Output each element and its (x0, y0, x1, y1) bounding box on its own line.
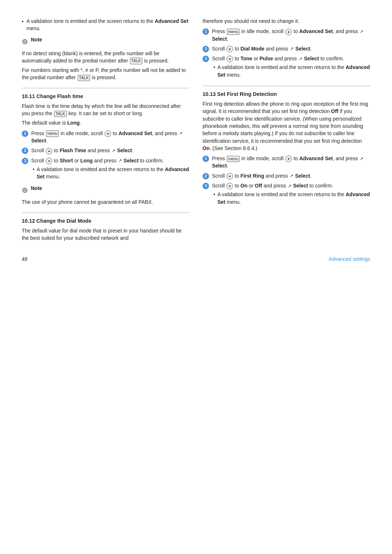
step-content-13-1: Press menu in idle mode, scroll ✦ to Adv… (212, 155, 370, 170)
default-value: The default value is Long. (22, 119, 189, 126)
footer: 48 Advanced settings (22, 252, 370, 263)
select-key-dm-1: ↗ (360, 29, 363, 35)
bullet-dot: • (22, 18, 24, 32)
select-key-3: ↗ (118, 158, 122, 164)
menu-key-13-1: menu (227, 156, 240, 162)
select-label-1: Select (31, 138, 46, 143)
step-dm-3: 3 Scroll ✦ to Tone or Pulse and press ↗ … (203, 55, 370, 79)
sub-bullet-dot-13-3: • (213, 191, 215, 206)
intro-bullet-text: A validation tone is emitted and the scr… (26, 17, 189, 32)
step-10-13-3: 3 Scroll ✦ to On or Off and press ↗ Sele… (203, 182, 370, 206)
steps-dial-mode: 1 Press menu in idle mode, scroll ✦ to A… (203, 28, 370, 79)
sub-bullet-text-dm-3: A validation tone is emitted and the scr… (217, 64, 370, 78)
note-icon-1: ⊜ (22, 36, 28, 47)
main-content: • A validation tone is emitted and the s… (22, 17, 370, 244)
sub-bullet-13-3: • A validation tone is emitted and the s… (212, 191, 370, 206)
sub-bullet-dot-dm-3: • (213, 64, 215, 78)
dial-mode-label: Dial Mode (240, 46, 264, 52)
page-number: 48 (22, 255, 28, 263)
divider-1 (22, 88, 189, 88)
step-content-3: Scroll ✦ to Short or Long and press ↗ Se… (31, 157, 189, 181)
adv-set-sub-1: Advanced Set (37, 166, 189, 179)
sub-bullet-1: • A validation tone is emitted and the s… (31, 166, 189, 181)
select-key-13-3: ↗ (288, 183, 291, 189)
adv-set-dm-1: Advanced Set (299, 28, 333, 34)
section-10-12-title: 10.12 Change the Dial Mode (22, 217, 189, 225)
scroll-key-13-3: ✦ (226, 183, 233, 189)
scroll-key-dm-1: ✦ (285, 29, 292, 35)
steps-10-13: 1 Press menu in idle mode, scroll ✦ to A… (203, 155, 370, 206)
step-10-11-3: 3 Scroll ✦ to Short or Long and press ↗ … (22, 157, 189, 181)
section-10-11-title: 10.11 Change Flash time (22, 93, 189, 100)
scroll-key-dm-3: ✦ (226, 56, 233, 62)
note-label-1: Note (31, 36, 42, 43)
right-column: therefore you should not need to change … (203, 17, 370, 244)
section-10-13-title: 10.13 Set First Ring Detection (203, 90, 370, 98)
adv-set-sub-13-3: Advanced Set (217, 191, 370, 205)
section-10-12-cont: therefore you should not need to change … (203, 17, 370, 25)
step-content-1: Press menu in idle mode, scroll ✦ to Adv… (31, 130, 189, 145)
select-label-13-3: Select (293, 183, 308, 189)
select-key-dm-3: ↗ (299, 56, 302, 62)
select-label-dm-2: Select (295, 46, 310, 52)
sub-bullet-text-13-3: A validation tone is emitted and the scr… (217, 191, 370, 206)
step-10-11-1: 1 Press menu in idle mode, scroll ✦ to A… (22, 130, 189, 145)
step-num-13-1: 1 (203, 155, 209, 162)
step-content-13-2: Scroll ✦ to First Ring and press ↗ Selec… (212, 172, 370, 179)
select-label-13-2: Select (295, 173, 310, 179)
note-box-1: ⊜ Note (22, 36, 189, 47)
step-10-11-2: 2 Scroll ✦ to Flash Time and press ↗ Sel… (22, 147, 189, 154)
tone-label: Tone (240, 56, 252, 61)
sub-bullet-text-1: A validation tone is emitted and the scr… (37, 166, 189, 181)
note-label-2: Note (31, 185, 42, 192)
step-10-13-2: 2 Scroll ✦ to First Ring and press ↗ Sel… (203, 172, 370, 179)
off-label: Off (331, 108, 338, 114)
flash-time-label: Flash Time (60, 147, 86, 153)
step-10-13-1: 1 Press menu in idle mode, scroll ✦ to A… (203, 155, 370, 170)
steps-10-11: 1 Press menu in idle mode, scroll ✦ to A… (22, 130, 189, 181)
section-10-12-intro: The default value for dial mode that is … (22, 227, 189, 242)
adv-set-sub-dm-3: Advanced Set (217, 64, 370, 77)
note-icon-2: ⊜ (22, 185, 28, 195)
scroll-key-dm-2: ✦ (226, 46, 233, 52)
step-num-1: 1 (22, 130, 28, 137)
step-num-dm-2: 2 (203, 46, 209, 52)
short-label: Short (60, 158, 73, 163)
off-label-13: Off (255, 183, 262, 189)
sub-bullet-dot-1: • (33, 166, 34, 181)
select-key-1: ↗ (179, 130, 183, 137)
advanced-set-label: Advanced Set (155, 18, 188, 24)
divider-3 (203, 86, 370, 86)
on-label: On (203, 145, 209, 151)
note1-text: If no detect string (blank) is entered, … (22, 50, 189, 65)
pulse-label: Pulse (260, 56, 273, 61)
scroll-key-3: ✦ (46, 158, 52, 164)
select-label-2: Select (117, 147, 132, 153)
note1-text2: For numbers starting with *, # or P, the… (22, 66, 189, 81)
default-long: Long (67, 120, 79, 126)
select-label-3: Select (124, 158, 139, 163)
select-key-2: ↗ (112, 148, 115, 154)
first-ring-label: First Ring (240, 173, 264, 179)
step-num-dm-1: 1 (203, 28, 209, 35)
scroll-key-2: ✦ (46, 148, 52, 154)
adv-set-1: Advanced Set (118, 130, 152, 136)
talk-key-3: TALK (54, 111, 67, 117)
talk-key-1: TALK (130, 58, 143, 64)
note2-text: The use of your phone cannot be guarante… (22, 198, 189, 206)
menu-key-dm-1: menu (227, 29, 240, 35)
intro-bullet: • A validation tone is emitted and the s… (22, 17, 189, 32)
scroll-key-1: ✦ (105, 130, 111, 137)
step-dm-2: 2 Scroll ✦ to Dial Mode and press ↗ Sele… (203, 45, 370, 52)
scroll-key-13-2: ✦ (226, 173, 233, 179)
menu-key-1: menu (46, 130, 59, 137)
step-dm-1: 1 Press menu in idle mode, scroll ✦ to A… (203, 28, 370, 43)
section-10-13-intro: First ring detection allows the phone to… (203, 100, 370, 152)
select-label-dm-1: Select (212, 36, 227, 42)
select-label-dm-3: Select (304, 56, 319, 61)
step-num-2: 2 (22, 147, 28, 154)
long-label: Long (80, 158, 93, 163)
step-num-dm-3: 3 (203, 56, 209, 62)
select-label-13-1: Select (212, 163, 227, 169)
step-content-2: Scroll ✦ to Flash Time and press ↗ Selec… (31, 147, 189, 154)
